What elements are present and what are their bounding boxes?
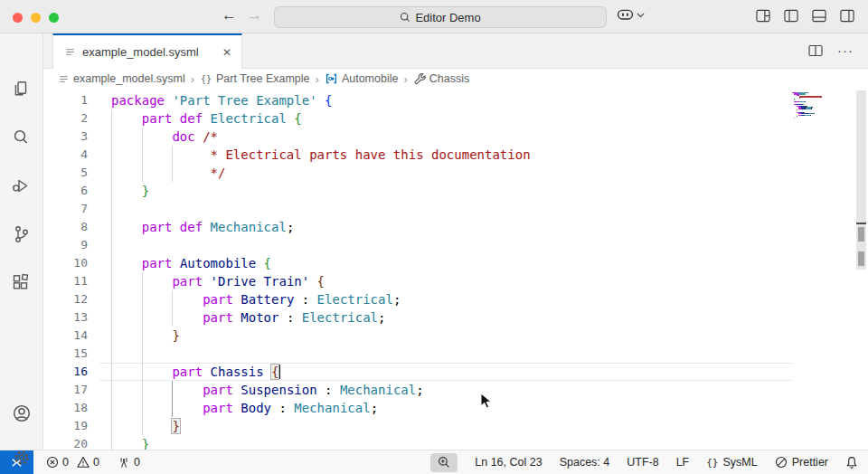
- code-line[interactable]: 2 part def Electrical {: [43, 109, 868, 128]
- code-line[interactable]: 8 part def Mechanical;: [43, 218, 868, 236]
- line-number[interactable]: 14: [43, 327, 88, 345]
- zoom-button[interactable]: [430, 453, 458, 472]
- token-pu: ;: [378, 310, 385, 325]
- code-line[interactable]: 19 }: [43, 417, 868, 435]
- code-line[interactable]: 6 }: [43, 182, 868, 200]
- problems-indicator[interactable]: 0 0: [46, 456, 99, 469]
- line-number[interactable]: 11: [43, 272, 88, 290]
- ports-indicator[interactable]: 0: [118, 456, 140, 469]
- toggle-primary-sidebar-icon[interactable]: [784, 9, 798, 23]
- line-number[interactable]: 13: [43, 308, 88, 327]
- breadcrumb-item[interactable]: {}Part Tree Example: [200, 72, 310, 85]
- code-line[interactable]: 20 }: [43, 435, 868, 450]
- code-line[interactable]: 5 */: [43, 164, 868, 182]
- code-line[interactable]: 13 part Motor : Electrical;: [43, 308, 868, 327]
- line-number[interactable]: 7: [43, 200, 88, 218]
- code-line[interactable]: 14 }: [43, 327, 868, 345]
- close-icon[interactable]: ✕: [220, 45, 234, 60]
- error-count: 0: [62, 456, 69, 469]
- close-window-button[interactable]: [13, 13, 23, 23]
- code-line[interactable]: 17 part Suspension : Mechanical;: [43, 381, 868, 399]
- line-number[interactable]: 20: [43, 435, 88, 450]
- vertical-scrollbar[interactable]: [855, 89, 867, 450]
- token-ty: Electrical: [302, 310, 378, 325]
- line-number[interactable]: 17: [43, 381, 88, 399]
- sidebar-item-search[interactable]: [11, 128, 33, 149]
- line-number[interactable]: 5: [43, 164, 88, 182]
- bell-icon[interactable]: [845, 456, 858, 469]
- scrollbar-thumb[interactable]: [856, 90, 866, 270]
- code-line-text: part Motor : Electrical;: [111, 308, 385, 327]
- code-line[interactable]: 1package 'Part Tree Example' {: [43, 91, 868, 109]
- more-actions-icon[interactable]: ···: [837, 46, 854, 55]
- line-number[interactable]: 3: [43, 128, 88, 146]
- line-number[interactable]: 10: [43, 254, 88, 272]
- code-line[interactable]: 9: [43, 236, 868, 254]
- line-number[interactable]: 16: [43, 363, 88, 381]
- token-b1: {: [325, 93, 332, 108]
- token-us: Chassis: [211, 365, 271, 379]
- code-line[interactable]: 15: [43, 345, 868, 363]
- encoding-setting[interactable]: UTF-8: [627, 456, 658, 469]
- copilot-menu-button[interactable]: [617, 8, 645, 22]
- sidebar-item-run-debug[interactable]: [11, 176, 33, 198]
- token-ty: 'Part Tree Example': [172, 93, 325, 108]
- indentation-setting[interactable]: Spaces: 4: [560, 456, 610, 469]
- line-number[interactable]: 18: [43, 399, 88, 417]
- settings-button[interactable]: [11, 447, 33, 469]
- token-pu: ;: [287, 220, 294, 234]
- language-mode[interactable]: {} SysML: [706, 456, 757, 469]
- tab-example-model[interactable]: example_model.sysml ✕: [52, 33, 242, 69]
- line-number[interactable]: 2: [43, 109, 88, 128]
- toggle-panel-icon[interactable]: [812, 9, 826, 23]
- breadcrumb-item[interactable]: Automobile: [325, 72, 399, 85]
- breadcrumb-item[interactable]: Chassis: [413, 72, 469, 85]
- warning-icon: [77, 456, 90, 469]
- sidebar-item-source-control[interactable]: [11, 224, 33, 246]
- breadcrumb-label: Part Tree Example: [216, 72, 310, 85]
- code-line[interactable]: 7: [43, 200, 868, 218]
- line-number[interactable]: 4: [43, 146, 88, 164]
- back-icon[interactable]: ←: [222, 6, 237, 24]
- sidebar-item-extensions[interactable]: [11, 272, 33, 294]
- forward-icon[interactable]: →: [247, 6, 262, 24]
- cursor-position[interactable]: Ln 16, Col 23: [475, 456, 542, 469]
- code-line[interactable]: 12 part Battery : Electrical;: [43, 290, 868, 308]
- line-number[interactable]: 8: [43, 218, 88, 236]
- file-icon: [58, 73, 70, 85]
- eol-setting[interactable]: LF: [676, 456, 690, 469]
- line-number[interactable]: 6: [43, 182, 88, 200]
- line-number[interactable]: 12: [43, 290, 88, 308]
- customize-layout-icon[interactable]: [756, 9, 770, 23]
- warning-count: 0: [93, 456, 99, 469]
- code-line[interactable]: 4 * Electrical parts have this documenta…: [43, 146, 868, 164]
- command-center-search[interactable]: Editor Demo: [274, 6, 607, 28]
- code-line[interactable]: 16 part Chassis {: [43, 363, 868, 381]
- minimap[interactable]: [792, 92, 852, 147]
- sidebar-item-explorer[interactable]: [11, 80, 33, 101]
- formatter-status[interactable]: Prettier: [775, 456, 828, 469]
- breadcrumb-item[interactable]: example_model.sysml: [58, 72, 185, 85]
- token-kw: part: [203, 310, 241, 325]
- account-button[interactable]: [11, 403, 33, 424]
- maximize-window-button[interactable]: [49, 13, 59, 23]
- token-pu: :: [325, 383, 340, 397]
- code-line[interactable]: 10 part Automobile {: [43, 254, 868, 272]
- minimize-window-button[interactable]: [31, 13, 41, 23]
- toggle-secondary-sidebar-icon[interactable]: [840, 9, 854, 23]
- code-line-text: }: [111, 435, 149, 450]
- line-number[interactable]: 1: [43, 91, 88, 109]
- line-number[interactable]: 19: [43, 417, 88, 435]
- code-line[interactable]: 18 part Body : Mechanical;: [43, 399, 868, 417]
- minimap-line: [799, 98, 800, 99]
- text-cursor: [278, 365, 280, 379]
- line-number[interactable]: 15: [43, 345, 88, 363]
- code-line-text: package 'Part Tree Example' {: [111, 91, 332, 109]
- split-editor-icon[interactable]: [808, 44, 823, 57]
- line-number[interactable]: 9: [43, 236, 88, 254]
- code-line[interactable]: 3 doc /*: [43, 128, 868, 146]
- breadcrumb-separator: ›: [314, 72, 321, 86]
- token-pu: ;: [371, 401, 378, 415]
- code-line[interactable]: 11 part 'Drive Train' {: [43, 272, 868, 290]
- code-editor[interactable]: 1package 'Part Tree Example' {2 part def…: [43, 89, 868, 450]
